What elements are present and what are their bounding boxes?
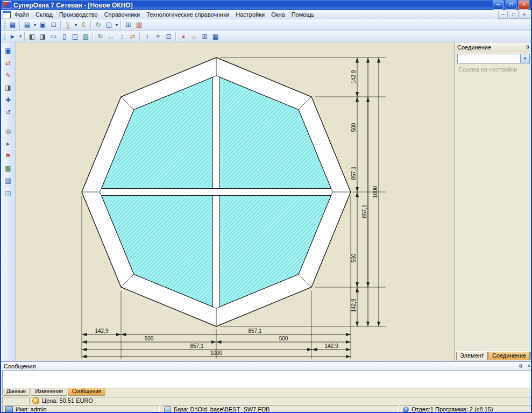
select-icon[interactable]: ► bbox=[8, 32, 18, 41]
zoom-fit-icon[interactable]: ⊡ bbox=[164, 32, 174, 41]
sash-icon[interactable]: ▯ bbox=[59, 32, 69, 41]
panel-tab-bar: Элемент Соединение Фур ◄ ► bbox=[455, 351, 532, 361]
undo-icon[interactable]: ↺ bbox=[3, 107, 13, 117]
frame-icon[interactable]: ▭ bbox=[48, 32, 59, 41]
measure-icon[interactable]: ≡ bbox=[153, 32, 163, 41]
dropdown-arrow-icon[interactable]: ▾ bbox=[115, 23, 119, 27]
glass-icon[interactable]: ▨ bbox=[81, 32, 91, 41]
info-icon[interactable]: i bbox=[142, 32, 152, 41]
price-text: Цена: 50,51 EURO bbox=[42, 397, 93, 404]
menu-references[interactable]: Справочники bbox=[102, 11, 143, 18]
mullion-icon[interactable]: ◫ bbox=[70, 32, 80, 41]
rotate-icon[interactable]: ↻ bbox=[95, 32, 105, 41]
export-icon[interactable]: ⇄ bbox=[3, 58, 13, 68]
document-icon[interactable] bbox=[3, 11, 11, 18]
menu-file[interactable]: Файл bbox=[12, 11, 32, 18]
menu-settings[interactable]: Настройки bbox=[233, 11, 267, 18]
image-icon[interactable]: ▩ bbox=[3, 163, 13, 173]
mdi-close-button[interactable]: × bbox=[520, 11, 529, 19]
connection-panel: Соединение ▾ Ссылка на настройки Элемент… bbox=[455, 42, 532, 361]
dropdown-arrow-icon[interactable]: ▾ bbox=[33, 23, 37, 27]
minimize-button[interactable]: ─ bbox=[493, 1, 503, 10]
table-icon[interactable]: ▦ bbox=[210, 32, 221, 41]
dim-label: 142,9 bbox=[351, 298, 357, 312]
dim-label: 500 bbox=[351, 123, 357, 132]
menu-production[interactable]: Производство bbox=[56, 11, 101, 18]
maximize-button[interactable]: □ bbox=[506, 1, 516, 10]
floppy-save-icon[interactable]: ▣ bbox=[3, 45, 13, 55]
orders-table-icon[interactable]: ▤ bbox=[22, 20, 32, 30]
flag-icon[interactable]: ⚑ bbox=[3, 151, 13, 161]
dim-label-total: 1000 bbox=[210, 350, 222, 356]
drawing-canvas[interactable]: 142,9 500 857,1 857,1 500 142,9 1000 142… bbox=[16, 42, 455, 361]
tab-element[interactable]: Элемент bbox=[456, 352, 488, 360]
move-icon[interactable]: ✚ bbox=[3, 95, 13, 105]
status-segment bbox=[2, 397, 28, 404]
dim-label: 857,1 bbox=[361, 204, 367, 218]
print-icon[interactable]: ⊟ bbox=[48, 20, 59, 30]
toolbar-main: ▦ ▤ ▾ ▣ ⊟ ∑ ▾ € ↻ ◫ ▾ ⊞ ▥ bbox=[1, 19, 531, 31]
edit-icon[interactable]: ✎ bbox=[3, 70, 13, 80]
panels-icon[interactable]: ◫ bbox=[3, 188, 13, 198]
connection-combobox[interactable]: ▾ bbox=[457, 54, 530, 63]
menu-tech-references[interactable]: Технологические справочники bbox=[144, 11, 232, 18]
dropdown-arrow-icon[interactable]: ▾ bbox=[18, 34, 23, 39]
link-icon[interactable]: ⇄ bbox=[127, 32, 138, 41]
separator bbox=[24, 32, 25, 41]
messages-content[interactable] bbox=[2, 371, 532, 388]
options-icon[interactable]: ☼ bbox=[189, 32, 199, 41]
preview-icon[interactable]: ⊞ bbox=[123, 20, 133, 30]
toolbar-grip[interactable] bbox=[4, 33, 5, 40]
menu-warehouse[interactable]: Склад bbox=[33, 11, 55, 18]
stats-icon[interactable]: ▥ bbox=[3, 175, 13, 186]
separator bbox=[120, 20, 122, 29]
dropdown-arrow-icon[interactable]: ▾ bbox=[74, 23, 78, 27]
report-icon[interactable]: ◫ bbox=[104, 20, 114, 30]
dim-label: 142,9 bbox=[324, 343, 338, 349]
separator bbox=[139, 32, 140, 41]
chevron-down-icon[interactable]: ▾ bbox=[520, 54, 529, 63]
tab-data[interactable]: Данные bbox=[2, 388, 30, 396]
tab-connection[interactable]: Соединение bbox=[488, 352, 530, 360]
pin-icon[interactable] bbox=[519, 364, 524, 369]
user-segment: Имя: admin bbox=[2, 405, 160, 413]
toolbar-grip[interactable] bbox=[4, 21, 5, 29]
database-segment: База: D:\Old_base\BEST_SW7.FDB bbox=[161, 405, 399, 413]
separator bbox=[19, 20, 20, 29]
status-bar-session: Имя: admin База: D:\Old_base\BEST_SW7.FD… bbox=[1, 405, 532, 413]
mdi-minimize-button[interactable]: ─ bbox=[498, 11, 508, 19]
flip-vertical-icon[interactable]: ↕ bbox=[117, 32, 127, 41]
chart-icon[interactable]: ▥ bbox=[134, 20, 144, 30]
price-icon[interactable]: € bbox=[79, 20, 89, 30]
paste-icon[interactable]: ◧ bbox=[27, 32, 37, 41]
duplicate-icon[interactable]: ◨ bbox=[3, 82, 13, 92]
window-drawing bbox=[16, 42, 455, 361]
grid-icon[interactable]: ⊞ bbox=[200, 32, 210, 41]
zoom-icon[interactable]: ◎ bbox=[3, 126, 13, 136]
copy-icon[interactable]: ◨ bbox=[38, 32, 48, 41]
mdi-restore-button[interactable]: □ bbox=[509, 11, 519, 19]
dim-label-total: 1000 bbox=[372, 186, 378, 198]
fill-icon[interactable]: ◕ bbox=[178, 32, 188, 41]
dim-label: 857,1 bbox=[351, 166, 357, 180]
messages-title: Сообщения bbox=[4, 363, 36, 369]
menu-help[interactable]: Помощь bbox=[289, 11, 317, 18]
help-icon: ? bbox=[403, 407, 409, 412]
separator bbox=[93, 32, 94, 41]
pin-icon[interactable] bbox=[526, 45, 531, 50]
save-icon[interactable]: ▣ bbox=[38, 20, 48, 30]
close-button[interactable]: × bbox=[519, 1, 529, 10]
refresh-icon[interactable]: ↻ bbox=[93, 20, 103, 30]
flip-horizontal-icon[interactable]: ↔ bbox=[106, 32, 116, 41]
messages-header: Сообщения × bbox=[1, 362, 532, 370]
close-icon[interactable]: × bbox=[527, 364, 530, 369]
tab-messages[interactable]: Сообщения bbox=[68, 388, 105, 396]
dim-label: 142,9 bbox=[95, 328, 108, 334]
app-icon bbox=[3, 1, 11, 9]
window-grid-icon[interactable]: ▦ bbox=[8, 20, 18, 30]
menu-windows[interactable]: Окна bbox=[268, 11, 288, 18]
tab-changes[interactable]: Изменения bbox=[31, 388, 67, 396]
expand-arrow-icon[interactable]: ▸ bbox=[3, 138, 13, 148]
calculator-icon[interactable]: ∑ bbox=[63, 20, 73, 30]
dim-label: 857,1 bbox=[190, 343, 203, 349]
